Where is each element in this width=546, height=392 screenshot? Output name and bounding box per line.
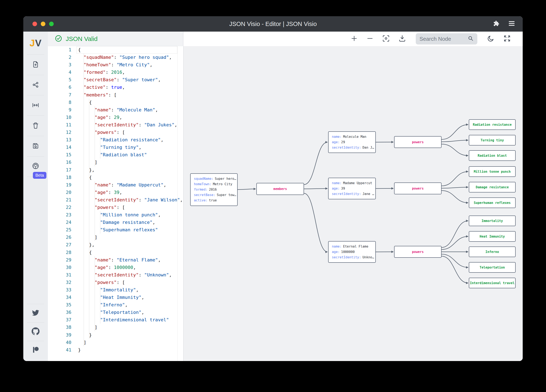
node-row: name:Madame Uppercut: [332, 180, 375, 186]
sidebar-item-github[interactable]: [23, 322, 48, 341]
line-number: 24: [48, 219, 76, 226]
patreon-icon: [32, 346, 39, 354]
indent-guide: [95, 121, 95, 129]
graph-node-l3c[interactable]: Inferno: [469, 247, 516, 257]
code-line-29: "name": "Eternal Flame",: [78, 256, 183, 264]
indent-guide: [95, 294, 95, 301]
indent-guide: [89, 181, 89, 189]
indent-guide: [89, 151, 89, 158]
graph-node-l3a[interactable]: Immortality: [469, 215, 516, 226]
indent-guide: [84, 121, 84, 129]
code-line-14: "Turning tiny",: [78, 144, 183, 151]
zoom-out-button[interactable]: [366, 35, 374, 43]
code-line-35: "Inferno",: [78, 301, 183, 309]
sidebar-item-live-transform[interactable]: Beta: [23, 157, 48, 177]
indent-guide: [84, 226, 84, 234]
sidebar-item-save[interactable]: [23, 136, 48, 156]
graph-node-l2a[interactable]: Million tonne punch: [469, 166, 516, 177]
line-number: 36: [48, 309, 76, 316]
graph-node-l3e[interactable]: Interdimensional travel: [469, 278, 516, 288]
sidebar-item-graph-view[interactable]: [23, 75, 48, 95]
search-icon[interactable]: [467, 35, 474, 43]
menu-icon[interactable]: [508, 21, 515, 27]
indent-guide: [100, 309, 100, 316]
indent-guide: [100, 211, 100, 219]
graph-edge-p1-l1b: [442, 140, 468, 142]
graph-edge-members-m1: [304, 142, 327, 184]
sidebar-item-fit-width[interactable]: [23, 95, 48, 116]
line-number: 7: [48, 91, 76, 99]
graph-node-l3b[interactable]: Heat Immunity: [469, 231, 516, 242]
graph-node-l1a[interactable]: Radiation resistance: [469, 119, 516, 130]
code-line-30: "age": 1000000,: [78, 264, 183, 271]
sidebar-item-patreon[interactable]: [23, 341, 48, 359]
graph-edge-p3-l3a: [442, 221, 468, 247]
app-logo[interactable]: JV: [23, 32, 48, 54]
graph-edge-members-m2: [304, 189, 327, 189]
zoom-in-button[interactable]: [351, 35, 358, 43]
indent-guide: [89, 324, 89, 331]
graph-node-l2b[interactable]: Damage resistance: [469, 182, 516, 192]
line-number: 19: [48, 181, 76, 189]
graph-edge-p3-l3e: [442, 256, 468, 283]
line-number: 6: [48, 83, 76, 91]
graph-canvas[interactable]: squadName:Super hero…homeTown:Metro City…: [183, 46, 523, 361]
code-line-1: {: [78, 46, 183, 54]
json-code-editor[interactable]: 1234567891011121314151617181920212223242…: [48, 46, 183, 361]
indent-guide: [89, 279, 89, 286]
window-title: JSON Visio - Editor | JSON Visio: [23, 21, 523, 27]
graph-node-l2c[interactable]: Superhuman reflexes: [469, 197, 516, 208]
graph-node-m2[interactable]: name:Madame Uppercutage:39secretIdentity…: [328, 178, 376, 199]
indent-guide: [89, 211, 89, 219]
line-number: 27: [48, 241, 76, 249]
node-label: members: [273, 187, 287, 191]
sidebar-item-clear-json[interactable]: [23, 116, 48, 136]
graph-node-p1[interactable]: powers: [394, 136, 442, 148]
extension-puzzle-icon[interactable]: [493, 20, 499, 28]
graph-node-m3[interactable]: name:Eternal Flameage:1000000secretIdent…: [328, 241, 376, 263]
code-line-18: {: [78, 174, 183, 181]
line-number: 32: [48, 279, 76, 286]
indent-guide: [84, 301, 84, 309]
graph-node-p3[interactable]: powers: [394, 246, 442, 258]
graph-node-members[interactable]: members: [256, 183, 304, 195]
dark-mode-toggle[interactable]: [487, 34, 495, 43]
indent-guide: [95, 151, 95, 158]
center-view-button[interactable]: [382, 34, 390, 43]
node-row: secretBase:Super tow…: [194, 192, 237, 198]
code-line-23: "Million tonne punch",: [78, 211, 183, 219]
fullscreen-button[interactable]: [503, 34, 511, 43]
new-document-icon: [32, 61, 39, 69]
graph-edge-p2-l2a: [442, 172, 468, 186]
indent-guide: [100, 144, 100, 151]
code-line-9: "name": "Molecule Man",: [78, 106, 183, 114]
search-node-input[interactable]: [419, 36, 467, 42]
graph-node-p2[interactable]: powers: [394, 183, 442, 194]
graph-node-m1[interactable]: name:Molecule Manage:29secretIdentity:Da…: [328, 131, 376, 153]
node-label: Million tonne punch: [474, 170, 511, 174]
editor-scrollbar-rule: [177, 46, 177, 361]
line-number: 8: [48, 99, 76, 106]
indent-guide: [84, 106, 84, 114]
graph-node-root[interactable]: squadName:Super hero…homeTown:Metro City…: [190, 173, 238, 206]
sidebar-item-new-document[interactable]: [23, 55, 48, 75]
graph-node-l3d[interactable]: Teleportation: [469, 262, 516, 273]
beta-badge: Beta: [33, 172, 46, 179]
graph-node-l1c[interactable]: Radiation blast: [469, 150, 516, 161]
editor-gutter: 1234567891011121314151617181920212223242…: [48, 46, 76, 354]
indent-guide: [84, 279, 84, 286]
graph-edge-members-m3: [304, 193, 327, 252]
node-row: secretIdentity:Unkno…: [332, 255, 375, 260]
sidebar-item-twitter[interactable]: [23, 304, 48, 322]
indent-guide: [84, 264, 84, 271]
node-label: powers: [412, 250, 424, 254]
validation-label: JSON Valid: [66, 35, 98, 42]
graph-node-l1b[interactable]: Turning tiny: [469, 135, 516, 145]
indent-guide: [84, 114, 84, 121]
indent-guide: [89, 271, 89, 279]
code-line-36: "Teleportation",: [78, 309, 183, 316]
download-button[interactable]: [398, 34, 406, 43]
node-row: secretIdentity:Dan J…: [332, 145, 375, 150]
node-row: age:29: [332, 139, 375, 145]
indent-guide: [84, 54, 84, 61]
